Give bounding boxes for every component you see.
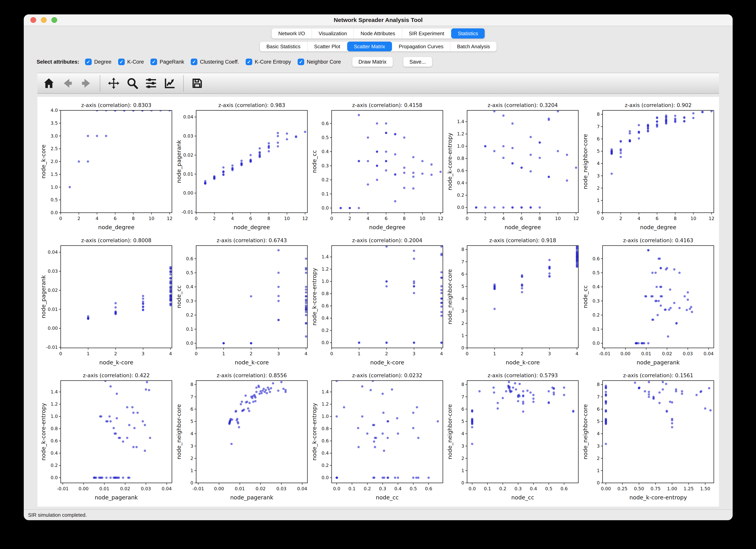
y-tick-label: 0.2 (322, 177, 329, 182)
x-tick-label: 2 (521, 351, 524, 356)
toolbar-home-button[interactable] (42, 77, 55, 90)
checkbox-degree[interactable]: ✓Degree (85, 59, 112, 65)
toolbar-zoom-button[interactable] (126, 77, 139, 90)
checkbox-checked-icon: ✓ (298, 59, 304, 65)
y-tick-label: 3 (597, 443, 600, 449)
close-window-icon[interactable] (30, 17, 36, 23)
y-tick-label: 0.2 (592, 312, 600, 317)
y-tick-label: 0.0 (457, 205, 464, 210)
y-tick-label: 0.8 (322, 426, 329, 431)
scatter-plot-canvas-3[interactable]: z-axis (correlation): 0.41580246810120.0… (311, 100, 446, 233)
figure-canvas[interactable]: z-axis (correlation): 0.83030246810120.0… (37, 97, 719, 507)
scatter-plot-canvas-7[interactable]: z-axis (correlation): 0.6743012340.00.10… (175, 236, 310, 368)
x-axis-label: node_k-core (506, 359, 540, 366)
toolbar-save-button[interactable] (191, 77, 204, 90)
x-tick-label: 0.2 (364, 486, 371, 491)
plot-title: z-axis (correlation): 0.4163 (623, 237, 693, 243)
tab-statistics[interactable]: Statistics (451, 28, 485, 39)
y-tick-label: 0.1 (592, 326, 600, 331)
scatter-plot-canvas-14[interactable]: z-axis (correlation): 0.57930.00.10.20.3… (446, 370, 581, 503)
checkbox-label: Clustering Coeff. (200, 59, 239, 65)
y-tick-label: 1.0 (322, 278, 329, 284)
toolbar-subplots-button[interactable] (145, 77, 157, 90)
x-tick-label: 10 (555, 216, 561, 221)
y-tick-label: 8 (461, 382, 464, 387)
scatter-points (493, 245, 578, 310)
scatter-plot-canvas-8[interactable]: z-axis (correlation): 0.2004012340.00.20… (311, 236, 446, 368)
subtab-scatter-matrix[interactable]: Scatter Matrix (347, 42, 392, 51)
axes-frame (467, 246, 578, 348)
scatter-plot-canvas-15[interactable]: z-axis (correlation): 0.15610.000.250.50… (582, 370, 716, 503)
y-axis-label: node_neighbor-core (447, 269, 453, 324)
y-tick-label: 0.6 (592, 256, 600, 261)
x-tick-label: 6 (656, 216, 658, 221)
subtab-batch-analysis[interactable]: Batch Analysis (450, 42, 497, 51)
x-tick-label: 4 (440, 351, 443, 356)
window-title: Network Spreader Analysis Tool (334, 17, 423, 23)
x-axis-label: node_degree (640, 224, 676, 231)
x-tick-label: 12 (438, 216, 444, 221)
scatter-plot-canvas-4[interactable]: z-axis (correlation): 0.32040246810120.0… (446, 100, 581, 233)
save-button[interactable]: Save... (403, 57, 432, 67)
scatter-plot-canvas-9[interactable]: z-axis (correlation): 0.9180123401234567… (446, 236, 581, 368)
subtab-propagation-curves[interactable]: Propagation Curves (392, 42, 450, 51)
checkbox-clustering-coeff[interactable]: ✓Clustering Coeff. (191, 59, 239, 65)
scatter-plot-canvas-10[interactable]: z-axis (correlation): 0.4163-0.010.000.0… (582, 236, 716, 368)
scatter-plot-canvas-12[interactable]: z-axis (correlation): 0.8556-0.010.000.0… (175, 370, 310, 503)
tab-sir-experiment[interactable]: SIR Experiment (402, 28, 451, 39)
plot-title: z-axis (correlation): 0.8303 (81, 102, 151, 108)
scatter-plot-11: z-axis (correlation): 0.422-0.010.000.01… (40, 370, 175, 505)
tab-network-i-o[interactable]: Network I/O (272, 28, 312, 39)
y-axis-label: node_neighbor-core (176, 404, 182, 459)
scatter-points (69, 109, 171, 188)
y-axis-label: node_cc (311, 150, 318, 173)
y-tick-label: 0.6 (51, 438, 58, 443)
subtab-basic-statistics[interactable]: Basic Statistics (260, 42, 308, 51)
y-tick-label: 0.3 (592, 298, 600, 303)
checkbox-k-core[interactable]: ✓K-Core (118, 59, 144, 65)
scatter-plot-canvas-6[interactable]: z-axis (correlation): 0.800801234-0.010.… (40, 236, 175, 368)
tab-visualization[interactable]: Visualization (312, 28, 354, 39)
y-tick-label: 0.8 (51, 426, 58, 431)
scatter-plot-9: z-axis (correlation): 0.9180123401234567… (446, 236, 581, 370)
x-tick-label: 0.6 (425, 486, 432, 491)
toolbar-customize-button[interactable] (163, 77, 176, 90)
status-text: SIR simulation completed. (28, 512, 87, 518)
x-tick-label: 10 (419, 216, 425, 221)
y-tick-label: 0.02 (48, 287, 58, 293)
checkbox-neighbor-core[interactable]: ✓Neighbor Core (298, 59, 341, 65)
x-tick-label: 0.00 (620, 351, 630, 356)
maximize-window-icon[interactable] (51, 17, 57, 23)
y-tick-label: 0 (461, 480, 464, 485)
y-tick-label: 2.0 (51, 159, 58, 164)
y-tick-label: 0.4 (457, 180, 464, 186)
y-tick-label: 0.4 (51, 451, 58, 456)
toolbar-back-button[interactable] (61, 77, 74, 90)
scatter-plot-canvas-11[interactable]: z-axis (correlation): 0.422-0.010.000.01… (40, 370, 175, 503)
y-tick-label: 0 (461, 345, 464, 350)
minimize-window-icon[interactable] (41, 17, 47, 23)
draw-matrix-button[interactable]: Draw Matrix (352, 57, 393, 67)
x-tick-label: 4 (96, 216, 98, 221)
toolbar-pan-button[interactable] (107, 77, 120, 90)
scatter-points (222, 249, 307, 344)
toolbar-forward-button[interactable] (80, 77, 93, 90)
scatter-plot-canvas-1[interactable]: z-axis (correlation): 0.83030246810120.0… (40, 100, 175, 233)
y-tick-label: 6 (461, 272, 464, 276)
checkbox-pagerank[interactable]: ✓PageRank (150, 59, 184, 65)
x-axis-label: node_k-core (370, 359, 404, 366)
subtab-scatter-plot[interactable]: Scatter Plot (308, 42, 347, 51)
y-tick-label: 0.01 (183, 171, 193, 177)
x-axis-label: node_degree (234, 224, 270, 231)
y-tick-label: 0.0 (186, 340, 193, 346)
axes-frame (332, 381, 443, 483)
scatter-plot-canvas-13[interactable]: z-axis (correlation): 0.02320.00.10.20.3… (311, 370, 446, 503)
x-tick-label: 2 (484, 216, 487, 221)
x-tick-label: 2 (348, 216, 351, 221)
x-tick-label: 12 (302, 216, 308, 221)
home-icon (43, 77, 55, 89)
scatter-plot-canvas-5[interactable]: z-axis (correlation): 0.9020246810120123… (582, 100, 716, 233)
scatter-plot-canvas-2[interactable]: z-axis (correlation): 0.983024681012-0.0… (175, 100, 310, 233)
tab-node-attributes[interactable]: Node Attributes (354, 28, 402, 39)
checkbox-k-core-entropy[interactable]: ✓K-Core Entropy (246, 59, 291, 65)
